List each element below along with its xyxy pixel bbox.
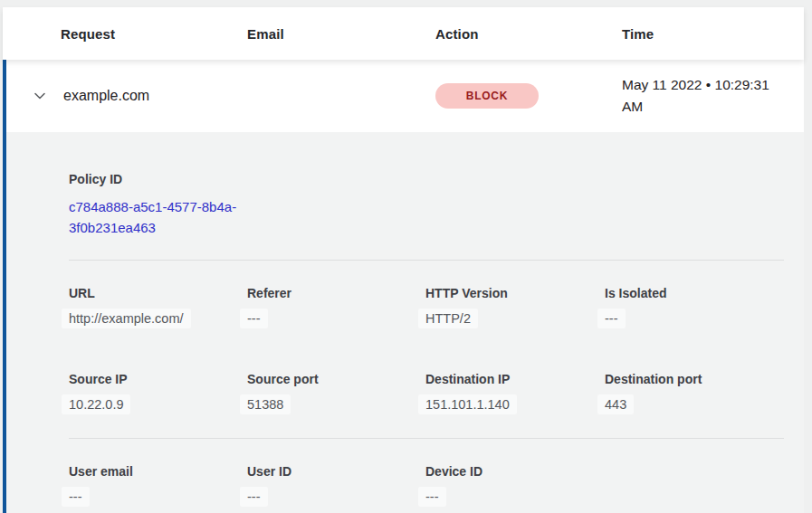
policy-id-label: Policy ID [69, 172, 779, 186]
device-id-value: --- [418, 487, 446, 507]
column-header-email: Email [247, 26, 435, 42]
http-version-field: HTTP Version HTTP/2 [425, 286, 605, 328]
policy-id-field: Policy ID c784a888-a5c1-4577-8b4a-3f0b23… [69, 172, 779, 238]
column-header-time: Time [622, 26, 804, 42]
column-header-request: Request [61, 26, 247, 42]
source-port-value: 51388 [240, 394, 291, 414]
request-cell: example.com [61, 88, 247, 104]
log-table-card: Request Email Action Time example.com BL… [3, 7, 804, 513]
referer-value: --- [240, 309, 268, 328]
column-header-action: Action [435, 26, 622, 42]
table-header-row: Request Email Action Time [3, 7, 804, 60]
divider [69, 260, 784, 261]
detail-field-group-http: URL http://example.com/ Referer --- HTTP… [69, 286, 779, 328]
http-version-label: HTTP Version [425, 286, 605, 300]
time-cell: May 11 2022 • 10:29:31 AM [622, 74, 804, 118]
action-cell: BLOCK [435, 83, 622, 109]
url-value: http://example.com/ [62, 309, 191, 328]
user-email-label: User email [69, 464, 247, 479]
destination-ip-label: Destination IP [425, 372, 605, 386]
destination-port-field: Destination port 443 [605, 372, 779, 414]
referer-label: Referer [247, 286, 425, 300]
log-detail-panel: Policy ID c784a888-a5c1-4577-8b4a-3f0b23… [3, 132, 804, 513]
empty-cell [605, 464, 779, 507]
detail-field-group-network: Source IP 10.22.0.9 Source port 51388 De… [69, 372, 779, 414]
destination-port-value: 443 [597, 394, 634, 414]
row-expand-toggle[interactable] [6, 88, 61, 104]
divider [69, 438, 784, 439]
user-email-value: --- [62, 487, 90, 507]
policy-id-link[interactable]: c784a888-a5c1-4577-8b4a-3f0b231ea463 [69, 197, 263, 238]
is-isolated-field: Is Isolated --- [605, 286, 779, 328]
user-id-field: User ID --- [247, 464, 425, 507]
log-row[interactable]: example.com BLOCK May 11 2022 • 10:29:31… [3, 60, 804, 132]
referer-field: Referer --- [247, 286, 425, 328]
detail-field-group-user: User email --- User ID --- Device ID --- [69, 464, 779, 507]
user-email-field: User email --- [69, 464, 247, 507]
user-id-label: User ID [247, 464, 425, 479]
user-id-value: --- [240, 487, 268, 507]
source-port-label: Source port [247, 372, 425, 386]
destination-ip-value: 151.101.1.140 [418, 394, 517, 414]
destination-ip-field: Destination IP 151.101.1.140 [425, 372, 605, 414]
device-id-label: Device ID [425, 464, 605, 479]
url-label: URL [69, 286, 247, 300]
source-ip-value: 10.22.0.9 [62, 394, 130, 414]
destination-port-label: Destination port [605, 372, 779, 386]
http-version-value: HTTP/2 [418, 309, 478, 328]
source-ip-label: Source IP [69, 372, 247, 386]
source-port-field: Source port 51388 [247, 372, 425, 414]
block-action-badge: BLOCK [435, 83, 539, 109]
is-isolated-label: Is Isolated [605, 286, 779, 300]
url-field: URL http://example.com/ [69, 286, 247, 328]
source-ip-field: Source IP 10.22.0.9 [69, 372, 247, 414]
device-id-field: Device ID --- [425, 464, 605, 507]
is-isolated-value: --- [597, 309, 626, 328]
chevron-down-icon [32, 88, 48, 104]
